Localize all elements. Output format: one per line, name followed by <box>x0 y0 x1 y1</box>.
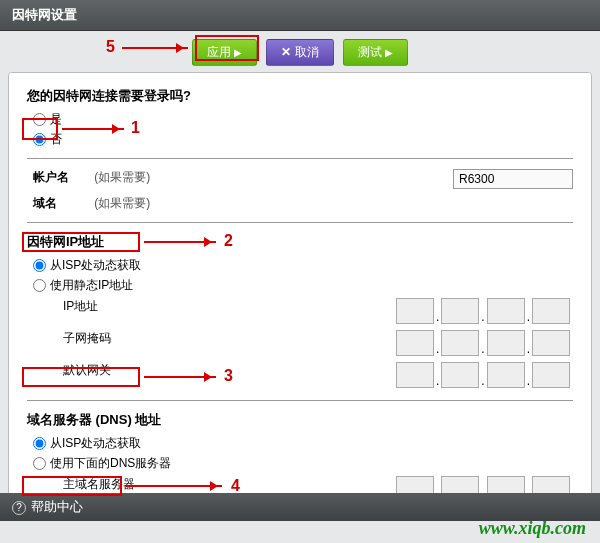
subnet-label: 子网掩码 <box>63 330 203 347</box>
watermark: www.xiqb.com <box>479 518 586 539</box>
login-yes-option[interactable]: 是 <box>33 111 62 128</box>
login-no-option[interactable]: 否 <box>33 131 62 148</box>
ip-address-label: IP地址 <box>63 298 203 315</box>
help-footer[interactable]: ?帮助中心 <box>0 493 600 521</box>
ip-section-title: 因特网IP地址 <box>27 233 573 251</box>
dns-section-title: 域名服务器 (DNS) 地址 <box>27 411 573 429</box>
domain-label: 域名 <box>33 195 91 212</box>
account-label: 帐户名 <box>33 169 91 186</box>
account-input[interactable] <box>453 169 573 189</box>
router-settings-window: 因特网设置 应用▶ ✕ 取消 测试▶ 您的因特网连接需要登录吗? 是 否 帐户名… <box>0 0 600 543</box>
login-question: 您的因特网连接需要登录吗? <box>27 87 573 105</box>
primary-dns-label: 主域名服务器 <box>63 476 203 493</box>
gateway-label: 默认网关 <box>63 362 203 379</box>
ip-dynamic-option[interactable]: 从ISP处动态获取 <box>33 257 141 274</box>
help-icon: ? <box>12 501 26 515</box>
account-hint: (如果需要) <box>94 170 150 184</box>
test-button[interactable]: 测试▶ <box>343 39 408 66</box>
ip-octet[interactable] <box>396 298 434 324</box>
window-title: 因特网设置 <box>0 0 600 31</box>
dns-custom-option[interactable]: 使用下面的DNS服务器 <box>33 455 171 472</box>
apply-button[interactable]: 应用▶ <box>192 39 257 66</box>
ip-static-option[interactable]: 使用静态IP地址 <box>33 277 133 294</box>
settings-panel: 您的因特网连接需要登录吗? 是 否 帐户名 (如果需要) 域名 (如果需要) 因… <box>8 72 592 517</box>
domain-hint: (如果需要) <box>94 196 150 210</box>
dns-dynamic-option[interactable]: 从ISP处动态获取 <box>33 435 141 452</box>
toolbar: 应用▶ ✕ 取消 测试▶ <box>0 31 600 72</box>
cancel-button[interactable]: ✕ 取消 <box>266 39 333 66</box>
divider <box>27 158 573 159</box>
